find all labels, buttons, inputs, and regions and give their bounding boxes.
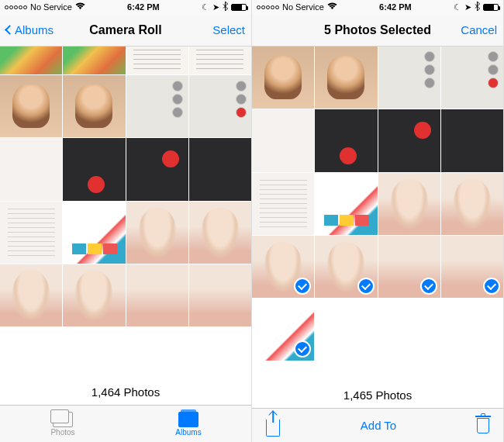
nav-bar: Albums Camera Roll Select — [0, 14, 251, 47]
share-icon — [266, 420, 280, 437]
nav-bar: 5 Photos Selected Cancel — [252, 14, 503, 47]
photo-thumbnail[interactable] — [0, 202, 62, 264]
photo-thumbnail[interactable] — [63, 202, 125, 264]
check-icon — [420, 278, 437, 295]
photo-thumbnail[interactable] — [189, 202, 251, 264]
bluetooth-icon — [475, 2, 480, 12]
photo-grid[interactable] — [252, 47, 503, 381]
selection-toolbar: Add To — [252, 408, 503, 442]
photo-thumbnail[interactable] — [126, 47, 188, 74]
check-icon — [483, 278, 500, 295]
clock: 6:42 PM — [127, 2, 160, 12]
status-bar: No Service 6:42 PM ☾ ➤ — [252, 0, 503, 14]
bluetooth-icon — [223, 2, 228, 12]
photo-thumbnail[interactable] — [126, 75, 188, 137]
photo-thumbnail[interactable] — [63, 264, 125, 326]
photo-thumbnail[interactable] — [315, 47, 377, 109]
tab-label: Photos — [50, 428, 74, 437]
signal-icon — [257, 5, 279, 9]
addto-button[interactable]: Add To — [361, 419, 396, 432]
chevron-left-icon — [5, 25, 15, 35]
photo-thumbnail[interactable] — [126, 264, 188, 326]
photo-thumbnail[interactable] — [252, 173, 314, 235]
photo-thumbnail[interactable] — [189, 75, 251, 137]
photo-thumbnail[interactable] — [0, 264, 62, 326]
tab-photos[interactable]: Photos — [0, 406, 126, 442]
photo-thumbnail[interactable] — [189, 47, 251, 74]
check-icon — [294, 278, 311, 295]
tab-label: Albums — [175, 428, 201, 437]
photo-thumbnail[interactable] — [63, 138, 125, 200]
photo-thumbnail[interactable] — [378, 236, 440, 298]
photo-thumbnail[interactable] — [441, 299, 503, 361]
cancel-button[interactable]: Cancel — [461, 23, 497, 36]
photo-thumbnail[interactable] — [315, 299, 377, 361]
photo-thumbnail[interactable] — [441, 173, 503, 235]
check-icon — [294, 340, 311, 357]
photos-icon — [53, 412, 73, 427]
photo-thumbnail[interactable] — [63, 47, 125, 74]
photo-grid[interactable] — [0, 47, 251, 378]
tab-albums[interactable]: Albums — [126, 406, 251, 442]
location-icon: ➤ — [212, 2, 219, 12]
carrier-label: No Service — [30, 2, 72, 12]
photo-thumbnail[interactable] — [441, 47, 503, 109]
photo-thumbnail[interactable] — [0, 138, 62, 200]
status-bar: No Service 6:42 PM ☾ ➤ — [0, 0, 251, 14]
signal-icon — [5, 5, 27, 9]
back-button[interactable]: Albums — [6, 23, 54, 36]
location-icon: ➤ — [464, 2, 471, 12]
photo-thumbnail[interactable] — [441, 236, 503, 298]
check-icon — [357, 278, 375, 295]
share-button[interactable] — [266, 415, 280, 437]
photo-thumbnail[interactable] — [378, 47, 440, 109]
select-button[interactable]: Select — [212, 23, 245, 36]
wifi-icon — [75, 2, 85, 12]
trash-icon — [477, 418, 489, 433]
screen-select: No Service 6:42 PM ☾ ➤ 5 Photos Selected… — [252, 0, 504, 442]
photo-thumbnail[interactable] — [63, 75, 125, 137]
clock: 6:42 PM — [379, 2, 412, 12]
photo-thumbnail[interactable] — [126, 202, 188, 264]
photo-thumbnail[interactable] — [378, 109, 440, 171]
battery-icon — [483, 4, 499, 11]
photo-thumbnail[interactable] — [315, 173, 377, 235]
photo-count: 1,464 Photos — [0, 378, 251, 405]
photo-thumbnail[interactable] — [315, 109, 377, 171]
photo-thumbnail[interactable] — [189, 264, 251, 326]
photo-thumbnail[interactable] — [378, 299, 440, 361]
carrier-label: No Service — [282, 2, 324, 12]
photo-thumbnail[interactable] — [252, 299, 314, 361]
delete-button[interactable] — [477, 418, 489, 433]
photo-thumbnail[interactable] — [252, 236, 314, 298]
photo-thumbnail[interactable] — [315, 236, 377, 298]
back-label: Albums — [15, 23, 54, 36]
screen-browse: No Service 6:42 PM ☾ ➤ Albums Camera Rol… — [0, 0, 252, 442]
albums-icon — [178, 412, 198, 427]
photo-thumbnail[interactable] — [0, 75, 62, 137]
photo-count: 1,465 Photos — [252, 381, 503, 408]
moon-icon: ☾ — [454, 2, 461, 12]
photo-thumbnail[interactable] — [252, 109, 314, 171]
photo-thumbnail[interactable] — [378, 173, 440, 235]
photo-thumbnail[interactable] — [441, 109, 503, 171]
tab-bar: Photos Albums — [0, 405, 251, 442]
photo-thumbnail[interactable] — [0, 47, 62, 74]
wifi-icon — [327, 2, 337, 12]
photo-thumbnail[interactable] — [189, 138, 251, 200]
moon-icon: ☾ — [202, 2, 209, 12]
photo-thumbnail[interactable] — [252, 47, 314, 109]
battery-icon — [231, 4, 247, 11]
photo-thumbnail[interactable] — [126, 138, 188, 200]
